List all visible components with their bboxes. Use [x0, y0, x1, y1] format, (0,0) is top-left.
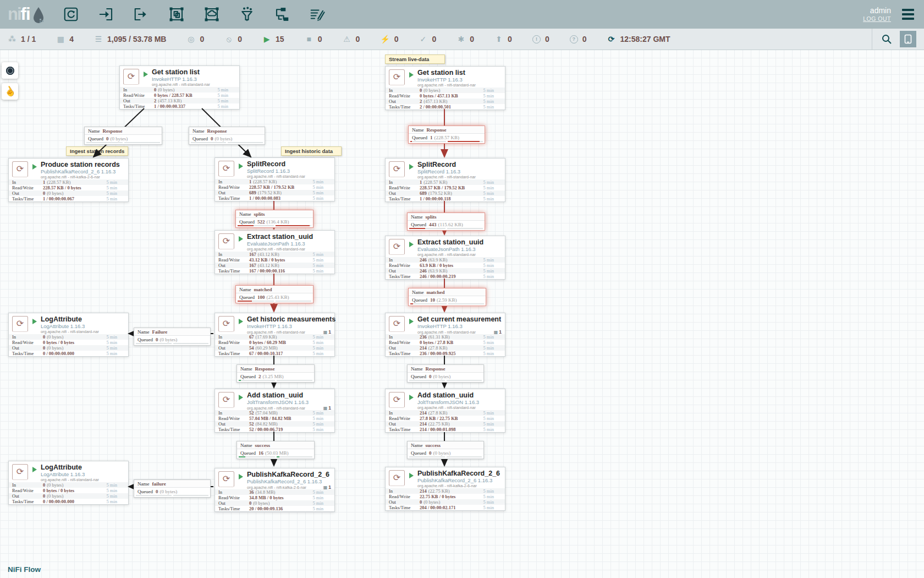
processor-icon[interactable] [62, 5, 80, 24]
connection-name-key: Name [138, 481, 150, 487]
backpressure-bars [134, 343, 210, 345]
connection-queued-size: (0 bytes) [433, 374, 451, 379]
connection-queued-key: Queued [138, 337, 153, 342]
status-item: ⦸ 0 [224, 35, 242, 43]
navigate-icon [6, 67, 14, 75]
nifi-logo: nifi [8, 3, 45, 25]
status-item: ▦ 4 [56, 35, 74, 43]
disabled-icon: ⚡ [380, 35, 389, 43]
up-to-date-icon: ✓ [419, 35, 427, 43]
status-item: ☰ 1,095 / 53.78 MB [94, 35, 166, 43]
status-item-value: 0 [470, 35, 474, 43]
connection-label[interactable]: Namefailure Queued0(0 bytes) [134, 479, 211, 498]
status-item-value: 15 [276, 35, 284, 43]
funnel-icon[interactable] [238, 5, 256, 24]
connection-label[interactable]: NameResponse Queued0(0 bytes) [407, 364, 484, 383]
connection-label[interactable]: Namesuccess Queued16(50.03 MB) [237, 441, 315, 459]
status-item-value: 0 [508, 35, 512, 43]
settings-panel-icon[interactable] [900, 31, 916, 47]
backpressure-bars [236, 301, 313, 303]
cluster-icon: ⁂ [8, 35, 16, 43]
connection-queued-key: Queued [193, 136, 208, 141]
connection-label[interactable]: NameResponse Queued2(3.25 MB) [237, 364, 315, 383]
connection-name-value: splits [426, 214, 437, 220]
backpressure-bars [237, 456, 314, 459]
connection-queued-key: Queued [240, 374, 256, 379]
connection-queued-size: (3.25 MB) [263, 374, 284, 379]
connection-name-value: Response [427, 127, 447, 133]
input-port-icon[interactable] [97, 5, 116, 24]
operate-palette-button[interactable]: ☝ [2, 83, 18, 100]
status-item: ■ 0 [305, 35, 322, 43]
template-icon[interactable] [273, 5, 292, 24]
connection-queued-key: Queued [412, 297, 427, 303]
component-toolbar [62, 5, 327, 24]
connection-label[interactable]: NameResponse Queued1(228.57 KB) [408, 126, 485, 144]
logout-link[interactable]: LOG OUT [863, 15, 891, 23]
statusbar-right [872, 29, 916, 50]
output-port-icon[interactable] [132, 5, 151, 24]
connection-queued-size: (0 bytes) [111, 136, 128, 141]
global-menu-icon[interactable] [900, 7, 916, 22]
threads-icon: ▦ [56, 35, 65, 43]
connection-name-key: Name [412, 127, 424, 133]
flow-canvas[interactable]: Ingest station recordsIngest historic da… [0, 50, 924, 578]
status-item-value: 1 / 1 [21, 35, 36, 43]
backpressure-bars [408, 456, 483, 459]
connection-name-value: Response [426, 366, 446, 372]
connection-label[interactable]: Namematched Queued10(2.59 KB) [408, 288, 486, 306]
connection-queued-count: 2 [258, 374, 261, 379]
stale-icon: ⬆ [494, 35, 503, 43]
logo-text-fi: fi [21, 3, 30, 25]
nifi-app: nifi [0, 0, 924, 578]
connection-name-key: Name [239, 287, 251, 292]
status-item: ⚠ 0 [342, 35, 360, 43]
connection-queued-count: 522 [257, 219, 265, 225]
connection-queued-count: 0 [156, 489, 158, 494]
connection-name-key: Name [239, 211, 251, 217]
app-header: nifi [0, 0, 924, 29]
connection-queued-key: Queued [239, 295, 255, 300]
running-icon: ▶ [262, 35, 271, 43]
locally-modified-and-stale-icon: ! [532, 35, 541, 43]
navigate-palette-button[interactable] [2, 62, 18, 79]
backpressure-bars [237, 380, 314, 382]
connection-name-key: Name [193, 128, 205, 134]
connection-label[interactable]: Namesplits Queued443(115.62 KB) [407, 212, 485, 231]
connection-name-value: Response [207, 128, 227, 134]
connection-name-key: Name [88, 128, 100, 134]
connection-name-key: Name [411, 214, 423, 220]
connection-queued-key: Queued [88, 136, 103, 141]
connection-queued-count: 0 [106, 136, 109, 141]
connection-queued-count: 16 [258, 450, 263, 456]
status-item-value: 0 [582, 35, 587, 43]
remote-process-group-icon[interactable] [202, 5, 221, 24]
connection-label[interactable]: Namematched Queued100(25.43 KB) [235, 285, 314, 303]
connection-queued-size: (228.57 KB) [435, 135, 460, 140]
connection-name-key: Name [240, 366, 252, 372]
connection-name-key: Name [138, 329, 150, 335]
status-item: ✱ 0 [457, 35, 474, 43]
droplet-icon [32, 7, 45, 24]
status-item-value: 0 [432, 35, 436, 43]
status-item: ? 0 [570, 35, 587, 43]
connection-label[interactable]: NameResponse Queued0(0 bytes) [189, 127, 265, 145]
label-icon[interactable] [308, 5, 327, 24]
backpressure-bars [85, 142, 162, 144]
connection-label[interactable]: Namesplits Queued522(136.4 KB) [235, 210, 314, 228]
hand-pointer-icon: ☝ [3, 84, 18, 98]
refresh-icon: ⟳ [607, 35, 615, 43]
connection-label[interactable]: Namesuccess Queued0(0 bytes) [407, 441, 484, 459]
invalid-icon: ⚠ [342, 35, 351, 43]
search-icon[interactable] [881, 34, 892, 45]
connection-label[interactable]: NameFailure Queued0(0 bytes) [134, 328, 211, 346]
connection-label[interactable]: NameResponse Queued0(0 bytes) [84, 127, 162, 145]
breadcrumb[interactable]: NiFi Flow [8, 565, 41, 574]
current-user: admin [863, 6, 891, 15]
connection-queued-size: (25.43 KB) [267, 295, 289, 300]
status-item-value: 12:58:27 GMT [620, 35, 670, 43]
stopped-icon: ■ [305, 35, 314, 43]
connection-queued-size: (0 bytes) [433, 450, 451, 456]
connection-labels-layer: NameResponse Queued0(0 bytes) NameRespon… [0, 50, 924, 578]
process-group-icon[interactable] [167, 5, 186, 24]
